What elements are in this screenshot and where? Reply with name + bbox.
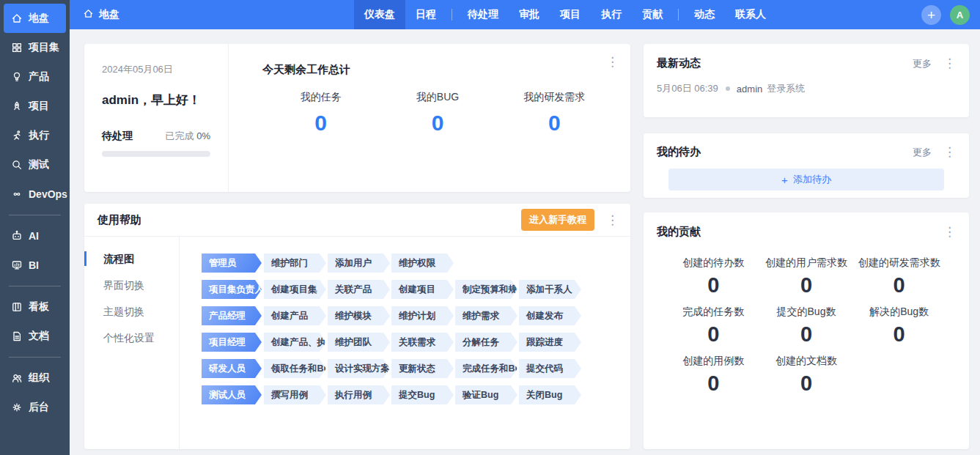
contribution-metric: 创建的文档数0 <box>760 355 853 396</box>
help-tab-流程图[interactable]: 流程图 <box>84 245 179 272</box>
workflow-step-chip[interactable]: 创建项目 <box>391 280 454 299</box>
help-tab-个性化设置[interactable]: 个性化设置 <box>84 325 179 351</box>
workflow-step-chip[interactable]: 添加干系人 <box>519 280 581 299</box>
nav-item-仪表盘[interactable]: 仪表盘 <box>354 0 405 29</box>
add-todo-button[interactable]: + 添加待办 <box>668 169 944 190</box>
metric-value[interactable]: 0 <box>852 322 946 347</box>
work-stat-label: 我的任务 <box>262 91 379 104</box>
workflow-step-chip[interactable]: 关闭Bug <box>519 385 581 404</box>
contribution-metric: 完成的任务数0 <box>667 306 760 347</box>
metric-value[interactable]: 0 <box>760 273 853 297</box>
tutorial-button[interactable]: 进入新手教程 <box>521 209 594 231</box>
main-column: 地盘 仪表盘日程待处理审批项目执行贡献动态联系人 + A ⋮ 2024年05月0… <box>70 0 980 455</box>
workflow-step-chip[interactable]: 创建项目集 <box>264 280 326 299</box>
workflow-step-chip[interactable]: 验证Bug <box>455 385 517 404</box>
sidebar-item-项目[interactable]: 项目 <box>4 92 66 121</box>
work-stat: 我的任务0 <box>262 91 379 136</box>
gear-icon <box>10 402 23 414</box>
workflow-step-chip[interactable]: 关联需求 <box>391 333 454 352</box>
workflow-step-chip[interactable]: 创建发布 <box>519 306 581 325</box>
help-tab-主题切换[interactable]: 主题切换 <box>84 298 179 325</box>
contribution-card-header: 我的贡献 ⋮ <box>657 225 956 239</box>
nav-item-联系人[interactable]: 联系人 <box>725 0 776 29</box>
sidebar-item-执行[interactable]: 执行 <box>4 121 66 150</box>
workflow-step-chip[interactable]: 领取任务和Bug <box>264 359 326 378</box>
sidebar-divider <box>9 357 61 358</box>
sidebar-item-测试[interactable]: 测试 <box>4 150 66 180</box>
sidebar-item-产品[interactable]: 产品 <box>4 62 66 92</box>
nav-item-待处理[interactable]: 待处理 <box>457 0 509 29</box>
work-stat-value[interactable]: 0 <box>379 111 495 136</box>
metric-value[interactable]: 0 <box>667 273 760 297</box>
sidebar-item-BI[interactable]: BI <box>4 251 66 280</box>
workflow-step-chip[interactable]: 维护权限 <box>391 254 454 273</box>
work-summary-panel: 今天剩余工作总计 我的任务0我的BUG0我的研发需求0 <box>229 44 630 192</box>
work-stat-value[interactable]: 0 <box>262 111 379 136</box>
workflow-step-chip[interactable]: 维护计划 <box>391 306 454 325</box>
nav-item-日程[interactable]: 日程 <box>405 0 446 29</box>
workflow-step-chip[interactable]: 添加用户 <box>328 254 390 273</box>
breadcrumb[interactable]: 地盘 <box>83 8 119 21</box>
dynamics-action: 登录系统 <box>767 82 805 95</box>
dynamics-user[interactable]: admin <box>737 84 762 95</box>
metric-value[interactable]: 0 <box>852 273 946 297</box>
work-stat-value[interactable]: 0 <box>496 111 613 136</box>
workflow-role-chip[interactable]: 产品经理 <box>202 306 262 325</box>
nav-item-动态[interactable]: 动态 <box>684 0 725 29</box>
workflow-step-chip[interactable]: 创建产品、执行 <box>264 333 326 352</box>
metric-value[interactable]: 0 <box>667 371 760 396</box>
nav-item-审批[interactable]: 审批 <box>509 0 550 29</box>
todo-more-link[interactable]: 更多 <box>913 146 932 159</box>
nav-item-执行[interactable]: 执行 <box>591 0 632 29</box>
contribution-card-menu-icon[interactable]: ⋮ <box>943 226 956 238</box>
workflow-step-chip[interactable]: 分解任务 <box>455 333 517 352</box>
dynamics-more-link[interactable]: 更多 <box>913 57 932 70</box>
workflow-step-chip[interactable]: 执行用例 <box>328 385 390 404</box>
workflow-step-chip[interactable]: 制定预算和规划 <box>455 280 517 299</box>
workflow-step-chip[interactable]: 关联产品 <box>328 280 390 299</box>
sidebar-item-地盘[interactable]: 地盘 <box>4 4 66 33</box>
workflow-step-chip[interactable]: 维护需求 <box>455 306 517 325</box>
sidebar-item-看板[interactable]: 看板 <box>4 292 66 322</box>
create-button[interactable]: + <box>921 5 941 25</box>
sidebar-item-项目集[interactable]: 项目集 <box>4 33 66 62</box>
sidebar-item-label: BI <box>29 259 39 271</box>
add-todo-label: 添加待办 <box>793 173 831 186</box>
workflow-role-chip[interactable]: 项目集负责人 <box>202 280 262 299</box>
workflow-step-chip[interactable]: 更新状态 <box>391 359 454 378</box>
workflow-role-chip[interactable]: 研发人员 <box>202 359 262 378</box>
todo-card-header: 我的待办 更多 ⋮ <box>657 145 956 159</box>
nav-item-贡献[interactable]: 贡献 <box>632 0 673 29</box>
dynamics-card-menu-icon[interactable]: ⋮ <box>943 57 956 70</box>
completed-text: 已完成 <box>166 130 194 141</box>
metric-value[interactable]: 0 <box>667 322 760 347</box>
sidebar-item-后台[interactable]: 后台 <box>4 393 66 422</box>
sidebar-item-文档[interactable]: 文档 <box>4 322 66 351</box>
sidebar-item-AI[interactable]: AI <box>4 221 66 251</box>
workflow-step-chip[interactable]: 完成任务和Bug <box>455 359 517 378</box>
help-card-menu-icon[interactable]: ⋮ <box>606 214 619 226</box>
help-tab-界面切换[interactable]: 界面切换 <box>84 272 179 298</box>
workflow-step-chip[interactable]: 跟踪进度 <box>519 333 581 352</box>
workflow-role-chip[interactable]: 测试人员 <box>202 385 262 404</box>
workflow-step-chip[interactable]: 提交代码 <box>519 359 581 378</box>
workflow-step-chip[interactable]: 维护模块 <box>328 306 390 325</box>
metric-value[interactable]: 0 <box>760 322 853 347</box>
workflow-step-chip[interactable]: 设计实现方案 <box>328 359 390 378</box>
workflow-row: 产品经理创建产品维护模块维护计划维护需求创建发布 <box>202 306 630 325</box>
workflow-step-chip[interactable]: 创建产品 <box>264 306 326 325</box>
todo-card-menu-icon[interactable]: ⋮ <box>943 146 956 158</box>
workflow-step-chip[interactable]: 维护团队 <box>328 333 390 352</box>
sidebar-item-label: 产品 <box>29 70 49 84</box>
sidebar-item-DevOps[interactable]: DevOps <box>4 180 66 209</box>
workflow-step-chip[interactable]: 撰写用例 <box>264 385 326 404</box>
workflow-step-chip[interactable]: 维护部门 <box>264 254 326 273</box>
avatar[interactable]: A <box>950 5 970 25</box>
sidebar-item-组织[interactable]: 组织 <box>4 363 66 393</box>
metric-value[interactable]: 0 <box>760 371 853 396</box>
workflow-role-chip[interactable]: 管理员 <box>202 254 262 273</box>
nav-item-项目[interactable]: 项目 <box>550 0 591 29</box>
workflow-step-chip[interactable]: 提交Bug <box>391 385 454 404</box>
workflow-role-chip[interactable]: 项目经理 <box>202 333 262 352</box>
overview-card-menu-icon[interactable]: ⋮ <box>606 56 619 68</box>
